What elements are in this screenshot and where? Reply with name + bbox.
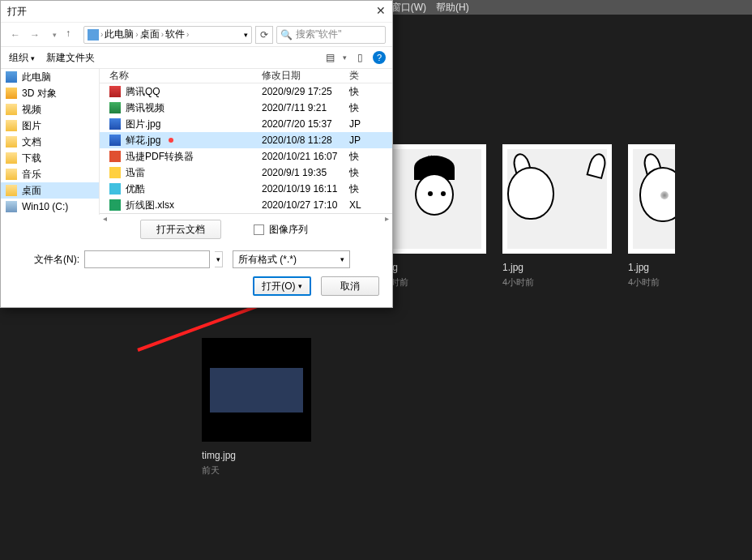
scroll-left-icon[interactable]: ◂ <box>103 214 107 223</box>
thumbnail-image <box>202 338 311 442</box>
thumbnail[interactable]: 帅气 3.jpg 4小时前 <box>377 144 486 289</box>
chevron-down-icon[interactable]: ▾ <box>244 31 248 39</box>
file-name: 腾讯QQ <box>126 85 160 99</box>
file-type: 快 <box>349 182 392 196</box>
open-button[interactable]: 打开(O) ▾ <box>253 276 311 296</box>
thumbnail-name: 1.jpg <box>502 262 612 273</box>
sidebar-item[interactable]: 音乐 <box>1 166 99 182</box>
folder-icon <box>6 71 17 83</box>
back-icon[interactable]: ← <box>7 27 24 43</box>
file-type: JP <box>349 135 392 146</box>
menu-item[interactable]: 帮助(H) <box>431 2 474 13</box>
thumbnail-image <box>502 144 612 254</box>
dialog-title: 打开 <box>7 5 27 19</box>
chevron-down-icon[interactable]: ▾ <box>46 27 62 43</box>
filename-input[interactable] <box>84 250 210 268</box>
view-mode-icon[interactable]: ▤ <box>323 51 336 64</box>
file-date: 2020/9/29 17:25 <box>262 86 349 97</box>
sidebar-item[interactable]: 3D 对象 <box>1 85 99 101</box>
file-name: 优酷 <box>126 182 145 196</box>
file-name: 迅捷PDF转换器 <box>126 150 194 164</box>
h-scrollbar[interactable]: ◂ ▸ <box>100 213 392 223</box>
file-row[interactable]: 腾讯视频 2020/7/11 9:21 快 <box>100 100 392 116</box>
file-icon <box>109 118 121 130</box>
thumbnail-time: 4小时前 <box>502 276 612 289</box>
sidebar-item[interactable]: 文档 <box>1 134 99 150</box>
new-folder-button[interactable]: 新建文件夹 <box>46 51 95 65</box>
folder-icon <box>6 136 17 147</box>
col-name[interactable]: 名称 <box>100 69 262 83</box>
sidebar-label: 文档 <box>22 135 41 149</box>
file-icon <box>109 167 121 178</box>
col-date[interactable]: 修改日期 <box>262 69 349 83</box>
file-row[interactable]: 腾讯QQ 2020/9/29 17:25 快 <box>100 83 392 100</box>
file-name: 鲜花.jpg <box>126 134 160 147</box>
preview-pane-icon[interactable]: ▯ <box>353 51 366 64</box>
sidebar-item[interactable]: 此电脑 <box>1 69 99 85</box>
filename-label: 文件名(N): <box>11 253 79 267</box>
breadcrumb-item[interactable]: 软件 <box>165 28 185 41</box>
folder-icon <box>6 185 17 196</box>
file-icon <box>109 135 121 146</box>
file-date: 2020/7/11 9:21 <box>262 102 349 113</box>
cursor-marker <box>169 138 173 143</box>
folder-icon <box>6 88 17 99</box>
sidebar-item[interactable]: 桌面 <box>1 182 99 199</box>
sidebar-label: Win10 (C:) <box>22 201 68 212</box>
folder-icon <box>6 120 17 131</box>
file-row[interactable]: 折线图.xlsx 2020/10/27 17:10 XL <box>100 197 392 213</box>
checkbox-icon[interactable] <box>254 224 264 235</box>
search-input[interactable]: 🔍 搜索"软件" <box>276 26 386 44</box>
scroll-right-icon[interactable]: ▸ <box>385 214 389 223</box>
file-date: 2020/10/21 16:07 <box>262 151 349 162</box>
file-date: 2020/10/27 17:10 <box>262 199 349 211</box>
sidebar-label: 此电脑 <box>22 71 51 84</box>
folder-icon <box>6 201 17 212</box>
breadcrumb-item[interactable]: 此电脑 <box>105 28 134 41</box>
sidebar-item[interactable]: Win10 (C:) <box>1 199 99 215</box>
close-icon[interactable]: ✕ <box>373 2 389 19</box>
sidebar-label: 图片 <box>22 119 41 133</box>
checkbox-label: 图像序列 <box>269 223 308 237</box>
thumbnail[interactable]: 1.jpg 4小时前 <box>502 144 612 289</box>
file-row[interactable]: 鲜花.jpg 2020/10/8 11:28 JP <box>100 132 392 148</box>
sidebar-item[interactable]: 视频 <box>1 101 99 118</box>
search-placeholder: 搜索"软件" <box>296 28 342 41</box>
up-icon[interactable]: ↑ <box>66 28 80 42</box>
sidebar-item[interactable]: 图片 <box>1 118 99 134</box>
thumbnail-timg[interactable]: timg.jpg 前天 <box>202 338 311 477</box>
thumbnail-partial[interactable]: 1.jpg4小时前 <box>628 144 675 289</box>
cancel-button[interactable]: 取消 <box>321 276 379 296</box>
breadcrumb-item[interactable]: 桌面 <box>140 28 160 41</box>
folder-icon <box>6 169 17 180</box>
file-date: 2020/9/1 19:35 <box>262 167 349 178</box>
file-date: 2020/7/20 15:37 <box>262 118 349 130</box>
filename-dropdown-icon[interactable]: ▾ <box>215 251 223 267</box>
chevron-down-icon[interactable]: ▾ <box>343 53 347 62</box>
sidebar-label: 视频 <box>22 103 41 117</box>
file-open-dialog: 打开 ✕ ← → ▾ ↑ › 此电脑 › 桌面 › 软件 › ▾ ⟳ 🔍 搜索"… <box>0 0 393 308</box>
file-date: 2020/10/8 11:28 <box>262 135 349 146</box>
organize-menu[interactable]: 组织 ▾ <box>9 51 35 65</box>
image-sequence-checkbox[interactable]: 图像序列 <box>254 223 308 237</box>
file-row[interactable]: 迅捷PDF转换器 2020/10/21 16:07 快 <box>100 148 392 165</box>
dialog-nav: ← → ▾ ↑ › 此电脑 › 桌面 › 软件 › ▾ ⟳ 🔍 搜索"软件" <box>1 22 392 46</box>
file-row[interactable]: 优酷 2020/10/19 16:11 快 <box>100 181 392 197</box>
sidebar-label: 桌面 <box>22 184 41 198</box>
folder-tree: 此电脑 3D 对象 视频 图片 文档 下载 音乐 桌面 Win10 (C:) <box>1 69 100 215</box>
col-type[interactable]: 类 <box>349 69 392 83</box>
file-icon <box>109 102 121 113</box>
thumbnail-time: 4小时前 <box>377 276 486 289</box>
refresh-icon[interactable]: ⟳ <box>255 26 273 44</box>
forward-icon[interactable]: → <box>27 27 43 43</box>
help-icon[interactable]: ? <box>373 51 386 64</box>
file-row[interactable]: 迅雷 2020/9/1 19:35 快 <box>100 165 392 181</box>
file-filter-select[interactable]: 所有格式 (*.*)▾ <box>233 250 350 268</box>
file-row[interactable]: 图片.jpg 2020/7/20 15:37 JP <box>100 116 392 132</box>
file-icon <box>109 199 121 211</box>
file-type: 快 <box>349 101 392 115</box>
file-name: 折线图.xlsx <box>126 199 174 212</box>
sidebar-label: 下载 <box>22 152 41 165</box>
sidebar-item[interactable]: 下载 <box>1 150 99 166</box>
breadcrumb[interactable]: › 此电脑 › 桌面 › 软件 › ▾ <box>83 26 252 44</box>
